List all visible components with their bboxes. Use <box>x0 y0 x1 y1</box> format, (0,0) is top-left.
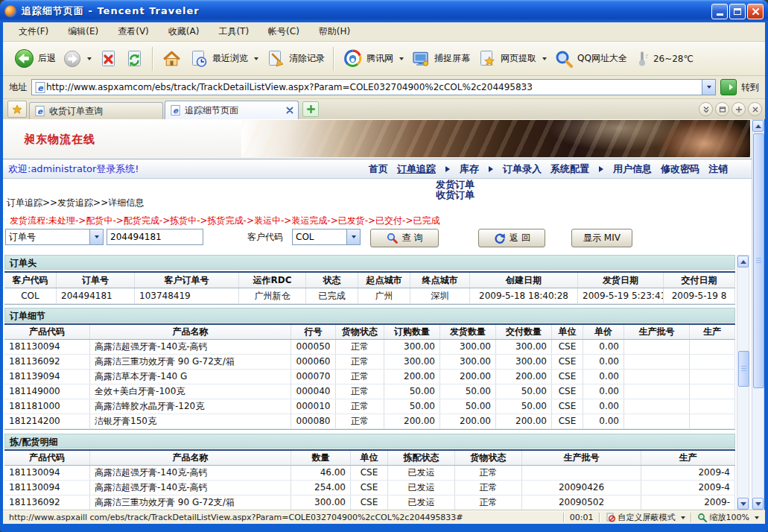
tencent-site-button[interactable]: 腾讯网 <box>339 46 407 71</box>
search-icon <box>387 232 398 244</box>
page-extract-label: 网页提取 <box>501 52 536 65</box>
column-header: 货物状态 <box>336 325 384 339</box>
chevron-down-icon <box>707 86 711 89</box>
close-icon <box>752 106 759 113</box>
nav-item[interactable]: 订单录入 <box>503 162 542 176</box>
maximize-icon <box>734 8 741 15</box>
extract-dropdown-icon <box>542 57 547 60</box>
table-row: 181130094高露洁超强牙膏-140克-高钙46.00CSE已发运正常200… <box>4 466 735 481</box>
nav-item[interactable]: 系统配置 <box>550 162 589 176</box>
menu-item[interactable]: 编辑(E) <box>58 22 108 41</box>
tab-close-icon[interactable] <box>286 107 293 114</box>
close-tab-button[interactable] <box>748 102 762 116</box>
table-cell: CSE <box>552 370 583 384</box>
page-scrollbar[interactable] <box>752 119 764 510</box>
column-header: 订购数量 <box>384 325 440 339</box>
select-dropdown-button[interactable] <box>89 229 103 244</box>
scrollbar-thumb[interactable] <box>753 133 764 388</box>
nav-item[interactable]: 首页 <box>369 162 388 176</box>
tab-list-button[interactable] <box>699 102 713 116</box>
weather-widget[interactable]: 26~28℃ <box>635 51 694 67</box>
page-content: 昶东物流在线 欢迎:administrator登录系统! 首页订单追踪库存订单录… <box>3 119 752 510</box>
query-button[interactable]: 查 询 <box>370 229 439 247</box>
block-mode-control[interactable]: 自定义屏蔽模式 <box>606 512 685 523</box>
table-cell: 已发运 <box>388 481 455 495</box>
table-cell: CSE <box>552 399 583 414</box>
table-cell: CSE <box>552 384 583 399</box>
tab-receive-order-query[interactable]: e 收货订单查询 <box>29 102 163 119</box>
menu-item[interactable]: 收藏(A) <box>159 22 209 41</box>
menu-item[interactable]: 查看(V) <box>108 22 159 41</box>
nav-item[interactable]: 用户信息 <box>613 162 652 176</box>
menu-item[interactable]: 工具(T) <box>209 22 258 41</box>
menu-item[interactable]: 帮助(H) <box>309 22 360 41</box>
qq-nav-button[interactable]: QQ网址大全 <box>550 47 631 71</box>
minimize-button[interactable] <box>711 4 728 19</box>
nav-item[interactable]: 注销 <box>708 162 728 176</box>
return-button[interactable]: 返 回 <box>478 229 545 247</box>
tab-track-detail[interactable]: e 追踪细节页面 <box>165 101 299 119</box>
stop-button[interactable] <box>95 47 121 70</box>
section-title-order-detail: 订单细节 <box>4 308 735 323</box>
toolbar-separator <box>152 47 153 71</box>
favorites-button[interactable] <box>7 101 27 118</box>
address-input[interactable]: e http://www.aspxamcom/ebs/track/TrackDe… <box>31 79 716 95</box>
new-tab-button[interactable] <box>302 101 319 117</box>
go-label: 转到 <box>741 81 759 94</box>
pick-detail-table: 产品代码产品名称数量单位拣配状态货物状态生产批号生产181130094高露洁超强… <box>4 449 735 510</box>
zoom-control[interactable]: 缩放100% <box>697 512 759 523</box>
menu-item[interactable]: 帐号(C) <box>258 22 309 41</box>
table-header-row: 产品代码产品名称数量单位拣配状态货物状态生产批号生产 <box>4 451 735 466</box>
forward-button[interactable] <box>60 48 95 70</box>
main-nav: 首页订单追踪库存订单录入系统配置用户信息修改密码注销 <box>364 162 732 176</box>
pin-tab-button[interactable] <box>731 102 746 116</box>
nav-item[interactable]: 库存 <box>460 162 479 176</box>
select-dropdown-button[interactable] <box>346 229 360 244</box>
recent-browsing-icon <box>189 49 209 69</box>
table-row: 181149000全效+美白牙膏-100克000040正常50.0050.005… <box>4 384 735 399</box>
scrollbar-thumb[interactable] <box>738 351 749 387</box>
stop-icon <box>99 49 118 68</box>
section-title-order-header: 订单头 <box>4 255 735 270</box>
nav-submenu-item[interactable]: 发货订单 <box>436 180 475 190</box>
address-dropdown-button[interactable] <box>702 80 715 95</box>
nav-submenu-item[interactable]: 收货订单 <box>436 190 475 200</box>
table-cell: 000050 <box>291 340 336 354</box>
restore-window-button[interactable] <box>715 102 729 116</box>
order-number-input[interactable] <box>107 229 203 245</box>
refresh-button[interactable] <box>121 47 147 70</box>
back-button[interactable]: 后退 <box>10 46 60 71</box>
nav-item[interactable]: 订单追踪 <box>397 162 436 176</box>
scrollbar-down-button[interactable] <box>752 498 764 510</box>
capture-screen-button[interactable]: 捕捉屏幕 <box>407 47 474 71</box>
scrollbar-down-button[interactable] <box>737 498 749 510</box>
query-label: 查 询 <box>402 232 423 244</box>
table-cell <box>624 384 690 399</box>
column-header: 交付数量 <box>496 325 552 339</box>
maximize-button[interactable] <box>729 4 746 19</box>
inner-scrollbar[interactable] <box>737 255 749 510</box>
back-label: 后退 <box>38 52 56 65</box>
scrollbar-up-button[interactable] <box>737 256 749 267</box>
close-button[interactable] <box>747 4 764 19</box>
scrollbar-up-button[interactable] <box>752 120 764 132</box>
site-banner: 昶东物流在线 <box>3 119 752 159</box>
page-extract-button[interactable]: 网页提取 <box>474 47 550 71</box>
search-field-select[interactable]: 订单号 <box>5 229 104 245</box>
tab-page-icon: e <box>34 105 45 117</box>
nav-item[interactable]: 修改密码 <box>661 162 699 176</box>
table-cell: 181130094 <box>4 340 90 354</box>
show-miv-button[interactable]: 显示 MIV <box>571 229 632 247</box>
clear-history-button[interactable]: 清除记录 <box>262 47 329 71</box>
home-button[interactable] <box>158 46 185 71</box>
window-icon <box>719 106 726 113</box>
table-cell: 20090426 <box>522 481 641 495</box>
table-cell: 0.00 <box>583 340 624 354</box>
go-button[interactable] <box>720 79 737 95</box>
table-cell: 高露洁超强牙膏-140克-高钙 <box>90 466 291 480</box>
table-cell: 高露洁草本牙膏-140 G <box>90 370 291 384</box>
go-arrow-icon <box>723 81 734 93</box>
customer-code-select[interactable]: COL <box>292 229 361 245</box>
recent-browsing-button[interactable]: 最近浏览 <box>185 47 262 71</box>
menu-item[interactable]: 文件(F) <box>9 22 58 41</box>
